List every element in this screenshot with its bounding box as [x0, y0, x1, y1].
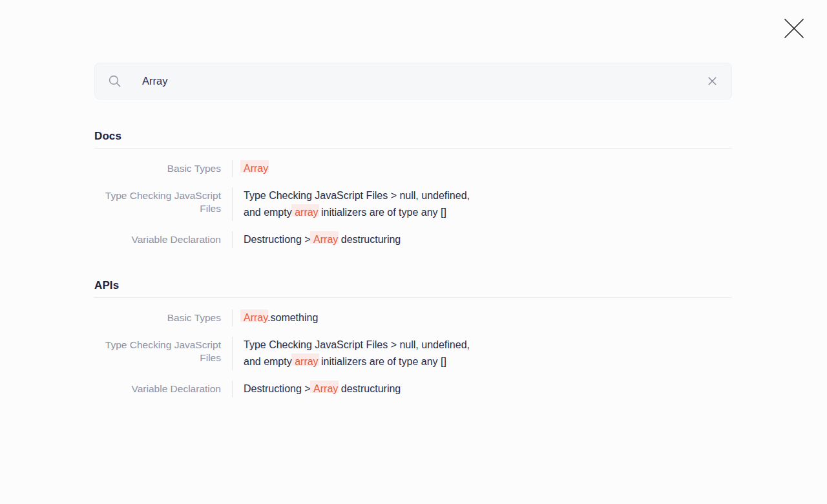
search-match-highlight: Array [313, 383, 338, 394]
result-text: initializers are of type any [] [319, 356, 446, 367]
search-overlay: Docs Basic Types Array Type Checking Jav… [94, 63, 732, 397]
result-content: Destructiong > Array destructuring [244, 381, 401, 397]
result-text: .something [267, 312, 318, 323]
result-row[interactable]: Type Checking JavaScript Files Type Chec… [94, 337, 732, 370]
clear-search-button[interactable] [706, 75, 718, 87]
results: Docs Basic Types Array Type Checking Jav… [94, 129, 732, 397]
label-content-divider [232, 231, 233, 248]
close-icon [784, 17, 804, 39]
result-row[interactable]: Basic Types Array [94, 160, 732, 177]
result-content: Type Checking JavaScript Files > null, u… [244, 337, 470, 370]
search-input[interactable] [142, 75, 706, 87]
label-content-divider [232, 337, 233, 370]
search-match-highlight: Array [313, 234, 338, 245]
section-title: APIs [94, 278, 732, 298]
search-bar [94, 63, 732, 100]
result-row[interactable]: Basic Types Array.something [94, 310, 732, 326]
result-section: APIs Basic Types Array.something Type Ch… [94, 278, 732, 397]
result-label: Variable Declaration [94, 231, 221, 248]
result-section: Docs Basic Types Array Type Checking Jav… [94, 129, 732, 248]
label-content-divider [232, 310, 233, 326]
result-content: Destructiong > Array destructuring [244, 231, 401, 248]
result-content: Array.something [244, 310, 318, 326]
search-match-highlight: array [295, 207, 318, 218]
result-content: Array [244, 160, 268, 177]
search-match-highlight: Array [244, 312, 267, 323]
label-content-divider [232, 160, 233, 177]
close-button[interactable] [782, 17, 806, 40]
section-rows: Basic Types Array.something Type Checkin… [94, 298, 732, 397]
search-match-highlight: Array [244, 163, 268, 174]
result-text: Type Checking JavaScript Files > null, u… [244, 339, 470, 350]
result-text: initializers are of type any [] [319, 207, 446, 218]
result-content: Type Checking JavaScript Files > null, u… [244, 187, 470, 221]
result-label: Basic Types [94, 160, 221, 177]
result-label: Basic Types [94, 310, 221, 326]
result-text: and empty [244, 356, 295, 367]
result-row[interactable]: Type Checking JavaScript Files Type Chec… [94, 187, 732, 221]
result-text: Destructiong > [244, 383, 313, 394]
result-text: destructuring [338, 234, 401, 245]
result-row[interactable]: Variable Declaration Destructiong > Arra… [94, 231, 732, 248]
result-label: Type Checking JavaScript Files [94, 337, 221, 370]
section-title: Docs [94, 129, 732, 149]
label-content-divider [232, 381, 233, 397]
clear-search-icon [707, 76, 717, 86]
label-content-divider [232, 187, 233, 221]
result-text: destructuring [338, 383, 401, 394]
result-label: Type Checking JavaScript Files [94, 187, 221, 221]
result-text: and empty [244, 207, 295, 218]
result-row[interactable]: Variable Declaration Destructiong > Arra… [94, 381, 732, 397]
search-icon [108, 74, 121, 88]
result-label: Variable Declaration [94, 381, 221, 397]
section-rows: Basic Types Array Type Checking JavaScri… [94, 149, 732, 248]
result-text: Destructiong > [244, 234, 313, 245]
search-match-highlight: array [295, 356, 318, 367]
result-text: Type Checking JavaScript Files > null, u… [244, 190, 470, 201]
